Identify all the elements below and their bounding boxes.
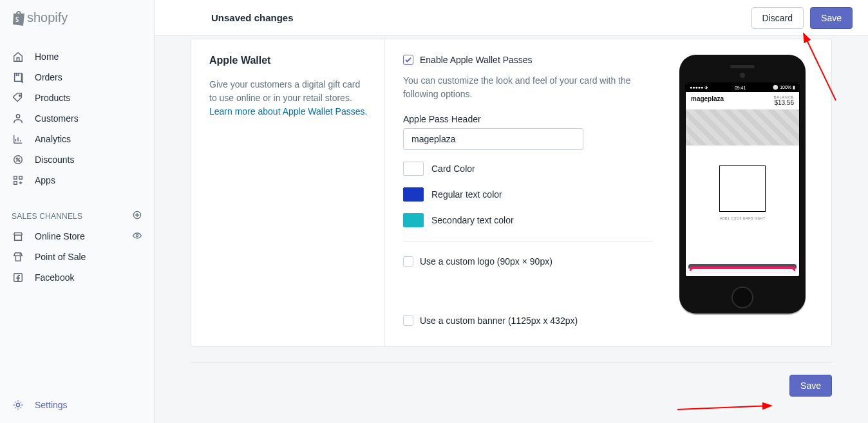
svg-point-4 (16, 158, 17, 159)
nav-label: Orders (35, 72, 62, 82)
channel-label: Online Store (35, 231, 132, 241)
nav-label: Discounts (35, 155, 74, 165)
nav-customers[interactable]: Customers (0, 108, 154, 129)
nav-discounts[interactable]: Discounts (0, 149, 154, 170)
primary-nav: Home Orders Products Customers Analytics (0, 36, 154, 288)
nav-apps[interactable]: Apps (0, 170, 154, 191)
channel-facebook[interactable]: Facebook (0, 267, 154, 288)
channel-point-of-sale[interactable]: Point of Sale (0, 247, 154, 267)
swatch-regular-text: Regular text color (403, 187, 652, 202)
shopify-bag-icon (12, 10, 24, 26)
tag-icon (12, 91, 24, 104)
svg-point-11 (20, 254, 21, 254)
help-text: You can customize the look and feel of y… (403, 74, 652, 101)
card-summary: Apple Wallet Give your customers a digit… (191, 39, 384, 346)
view-store-icon[interactable] (132, 230, 142, 243)
custom-banner-row: Use a custom banner (1125px x 432px) (403, 315, 652, 326)
discard-button[interactable]: Discard (751, 7, 804, 29)
footer-actions: Save (191, 375, 832, 403)
custom-logo-row: Use a custom logo (90px × 90px) (403, 256, 652, 267)
pass-brand: mageplaza (691, 95, 724, 106)
phone-home-button-icon (731, 287, 753, 308)
gear-icon (12, 399, 24, 411)
footer-separator (191, 362, 832, 363)
orders-icon (12, 71, 24, 84)
pass-balance: BALANCE $13.56 (773, 95, 794, 106)
nav-analytics[interactable]: Analytics (0, 129, 154, 149)
card-body: Enable Apple Wallet Passes You can custo… (384, 39, 831, 346)
wallet-stack (686, 263, 799, 276)
save-button[interactable]: Save (810, 7, 853, 29)
balance-value: $13.56 (773, 99, 794, 106)
learn-more-link[interactable]: Learn more about Apple Wallet Passes. (209, 106, 367, 117)
apps-icon (12, 174, 24, 187)
svg-point-5 (19, 160, 20, 162)
svg-point-10 (136, 234, 138, 236)
nav-label: Customers (35, 113, 79, 124)
qr-code-icon (717, 164, 768, 214)
svg-rect-0 (15, 73, 22, 82)
color-swatch[interactable] (403, 213, 424, 227)
facebook-icon (12, 271, 24, 284)
topbar: Unsaved changes Discard Save (155, 0, 868, 36)
nav-settings[interactable]: Settings (12, 399, 142, 411)
footer-save-button[interactable]: Save (789, 375, 832, 397)
svg-rect-6 (14, 176, 17, 180)
nav-home[interactable]: Home (0, 46, 154, 67)
enable-row: Enable Apple Wallet Passes (403, 55, 652, 65)
discount-icon (12, 153, 24, 166)
phone-mockup: ●●●●● ⬗ 09:41 ⚪ 100% ▮ mageplaza BALANCE… (679, 55, 806, 314)
store-icon (12, 230, 24, 243)
svg-point-13 (16, 403, 19, 406)
apple-wallet-card: Apple Wallet Give your customers a digit… (191, 39, 832, 347)
preview-column: ●●●●● ⬗ 09:41 ⚪ 100% ▮ mageplaza BALANCE… (672, 55, 813, 330)
analytics-icon (12, 133, 24, 146)
sidebar-footer: Settings (0, 388, 154, 423)
topbar-actions: Discard Save (751, 7, 853, 29)
section-title: Apple Wallet (209, 55, 369, 66)
qr-caption: A0B1 C2D3 E4F5 G6H7 (720, 216, 766, 220)
brand-logo[interactable]: shopify (0, 0, 154, 36)
swatch-card-color: Card Color (403, 162, 652, 176)
add-channel-icon[interactable] (132, 210, 142, 222)
nav-orders[interactable]: Orders (0, 67, 154, 88)
divider (403, 241, 652, 242)
svg-point-2 (16, 115, 19, 118)
main: Apple Wallet Give your customers a digit… (155, 36, 868, 423)
sidebar: shopify Home Orders Products Customers (0, 0, 155, 423)
header-field-label: Apple Pass Header (403, 114, 652, 124)
settings-label: Settings (35, 400, 68, 410)
status-time: 09:41 (735, 86, 746, 90)
section-title: SALES CHANNELS (12, 212, 82, 221)
custom-banner-checkbox[interactable] (403, 315, 413, 326)
header-input[interactable] (403, 128, 583, 150)
home-icon (12, 50, 24, 63)
enable-checkbox[interactable] (403, 55, 413, 65)
section-description: Give your customers a digital gift card … (209, 78, 369, 105)
nav-label: Analytics (35, 134, 71, 144)
topbar-title: Unsaved changes (211, 12, 294, 23)
svg-rect-7 (19, 176, 23, 180)
swatch-secondary-text: Secondary text color (403, 213, 652, 227)
custom-logo-checkbox[interactable] (403, 256, 413, 267)
channel-label: Point of Sale (35, 252, 142, 262)
custom-logo-label: Use a custom logo (90px × 90px) (420, 256, 552, 267)
nav-products[interactable]: Products (0, 88, 154, 108)
pass-body: A0B1 C2D3 E4F5 G6H7 (686, 146, 799, 225)
pass-header: mageplaza BALANCE $13.56 (686, 92, 799, 109)
nav-label: Products (35, 93, 70, 103)
nav-label: Home (35, 52, 59, 62)
color-swatch[interactable] (403, 187, 424, 202)
svg-rect-8 (14, 182, 17, 185)
channel-online-store[interactable]: Online Store (0, 226, 154, 247)
phone-status-bar: ●●●●● ⬗ 09:41 ⚪ 100% ▮ (686, 83, 799, 92)
custom-banner-label: Use a custom banner (1125px x 432px) (420, 315, 578, 326)
status-right: ⚪ 100% ▮ (773, 85, 795, 90)
form-column: Enable Apple Wallet Passes You can custo… (403, 55, 672, 330)
phone-screen: ●●●●● ⬗ 09:41 ⚪ 100% ▮ mageplaza BALANCE… (686, 83, 799, 276)
status-left: ●●●●● ⬗ (690, 85, 708, 90)
swatch-label: Secondary text color (431, 215, 514, 225)
color-swatch[interactable] (403, 162, 424, 176)
person-icon (12, 112, 24, 125)
nav-label: Apps (35, 175, 55, 185)
